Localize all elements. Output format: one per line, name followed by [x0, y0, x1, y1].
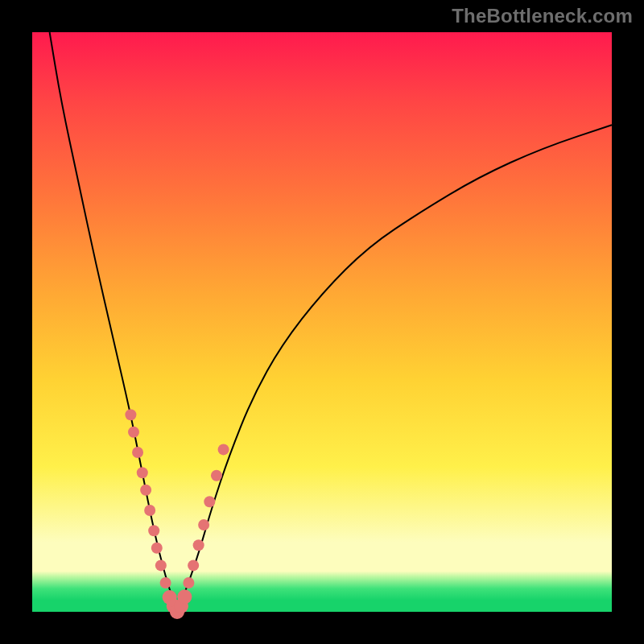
data-point — [128, 427, 139, 438]
scatter-points — [125, 409, 229, 619]
data-point — [144, 505, 155, 516]
data-point — [155, 559, 167, 571]
data-point — [188, 559, 199, 571]
data-point — [218, 444, 229, 455]
data-point — [160, 577, 171, 588]
bottleneck-curve — [50, 32, 612, 604]
outer-frame: TheBottleneck.com — [0, 0, 644, 644]
data-point — [193, 539, 204, 551]
data-point — [198, 519, 209, 530]
data-point — [183, 577, 194, 588]
data-point — [177, 589, 192, 604]
data-point — [140, 485, 151, 496]
data-point — [211, 470, 222, 481]
chart-overlay — [32, 32, 612, 612]
watermark-text: TheBottleneck.com — [452, 5, 633, 27]
data-point — [132, 447, 143, 458]
data-point — [151, 543, 163, 554]
data-point — [137, 467, 148, 478]
data-point — [148, 525, 159, 536]
data-point — [204, 496, 215, 507]
data-point — [125, 409, 136, 420]
